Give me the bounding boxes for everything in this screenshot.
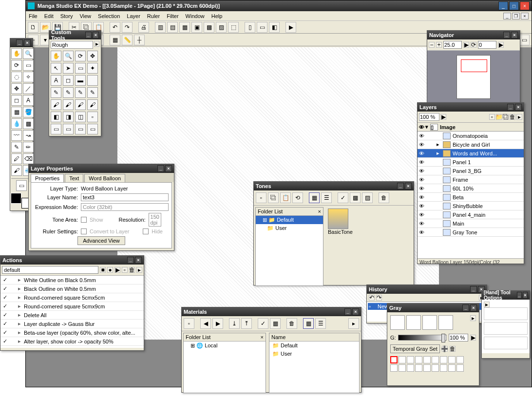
lp-expr-select[interactable]: Color (32bit) xyxy=(81,203,169,211)
layers-menu-icon[interactable]: ▸ xyxy=(516,114,522,120)
smooth-icon[interactable]: 〰 xyxy=(11,130,22,141)
menu-selection[interactable]: Selection xyxy=(98,13,120,19)
mat-min-icon[interactable]: _ xyxy=(344,308,351,315)
mdi-restore-button[interactable]: ❐ xyxy=(512,13,520,19)
tones-grid-view-icon[interactable]: ▦ xyxy=(309,192,320,203)
ct-zoom-icon[interactable]: 🔍 xyxy=(63,51,74,61)
gray-cell-12[interactable] xyxy=(415,364,422,372)
gray-cell-15[interactable] xyxy=(440,364,447,372)
navigator-thumbnail[interactable] xyxy=(456,55,491,99)
lp-convert-check[interactable] xyxy=(81,228,87,234)
mat-view1-icon[interactable]: ▦ xyxy=(303,318,314,329)
hand-min-icon[interactable]: _ xyxy=(517,292,522,299)
layer-row[interactable]: 👁Onomatopoeia xyxy=(418,132,524,140)
gray-cell-1[interactable] xyxy=(399,356,406,363)
gray-cell-17[interactable] xyxy=(456,364,464,372)
layer-visible-icon[interactable]: 👁 xyxy=(418,142,425,148)
gray-min-icon[interactable]: _ xyxy=(462,304,469,311)
ct-hand-icon[interactable]: ✋ xyxy=(51,51,61,61)
ct-close-icon[interactable]: × xyxy=(93,32,99,38)
gray-cell-8[interactable] xyxy=(456,356,464,363)
advanced-view-button[interactable]: Advanced View xyxy=(77,236,125,245)
tab-properties[interactable]: Properties xyxy=(31,174,64,182)
actions-new-icon[interactable]: ▫ xyxy=(122,267,128,273)
panel-tool-icon[interactable]: ▭ xyxy=(16,180,27,191)
action-check-icon[interactable]: ✓ xyxy=(0,303,9,309)
gray-menu-icon[interactable]: ▸ xyxy=(470,315,476,321)
mat-close-icon[interactable]: × xyxy=(352,308,359,315)
tb-btn-e[interactable]: ▩ xyxy=(204,22,214,33)
tones-folder-user[interactable]: 📁 User xyxy=(256,224,323,232)
custom-tool-set-select[interactable]: Rough xyxy=(51,41,93,49)
mat-trash-icon[interactable]: 🗑 xyxy=(286,318,297,329)
menu-story[interactable]: Story xyxy=(60,13,73,19)
ruler-icon[interactable]: 📏 xyxy=(122,35,133,45)
undo-icon[interactable]: ↶ xyxy=(110,22,120,33)
layer-row[interactable]: 👁▸Bicycle and Girl xyxy=(418,140,524,149)
menu-ruler[interactable]: Ruler xyxy=(147,13,160,19)
ct-min-icon[interactable]: _ xyxy=(85,32,92,38)
ct-arrow-icon[interactable]: ↖ xyxy=(51,63,61,74)
action-row[interactable]: ✓▸Round-cornered square 5cmx9cm xyxy=(0,302,144,311)
zoom-tool-icon[interactable]: 🔍 xyxy=(23,48,34,59)
tones-dup-icon[interactable]: ⿻ xyxy=(268,192,279,203)
gray-cell-6[interactable] xyxy=(440,356,447,363)
layer-visible-icon[interactable]: 👁 xyxy=(418,212,425,218)
mat-fwd-icon[interactable]: ▶ xyxy=(212,318,223,329)
gray-cell-5[interactable] xyxy=(432,356,439,363)
hand-menu-icon[interactable]: ▸ xyxy=(484,302,490,307)
new-layer-icon[interactable]: ▫ xyxy=(489,114,495,120)
tb-btn-i[interactable]: ▭ xyxy=(257,22,267,33)
tones-new-icon[interactable]: ▫ xyxy=(256,192,266,203)
hist-undo-icon[interactable]: ↶ xyxy=(369,295,375,301)
layer-visible-icon[interactable]: 👁 xyxy=(418,203,425,209)
layer-list[interactable]: 👁Onomatopoeia👁▸Bicycle and Girl👁▸Words a… xyxy=(418,132,524,258)
hand-tool-icon[interactable]: ✋ xyxy=(11,48,22,59)
tb-btn-f[interactable]: ▨ xyxy=(216,22,227,33)
lasso-icon[interactable]: ◌ xyxy=(11,72,22,82)
tones-check-icon[interactable]: ✓ xyxy=(338,192,348,203)
actions-menu-icon[interactable]: ▸ xyxy=(136,267,142,273)
fill-icon[interactable]: 🪣 xyxy=(23,107,34,117)
nav-rotate-apply-icon[interactable]: ▶ xyxy=(498,42,504,48)
action-row[interactable]: ✓▸Alter layer, show color -> opacity 50% xyxy=(0,337,144,346)
mdi-min-button[interactable]: _ xyxy=(503,13,511,19)
pencil-icon[interactable]: ✏ xyxy=(23,142,34,152)
action-check-icon[interactable]: ✓ xyxy=(0,294,9,301)
layer-row[interactable]: 👁Beta xyxy=(418,193,524,202)
menu-view[interactable]: View xyxy=(79,13,91,19)
action-check-icon[interactable]: ✓ xyxy=(0,277,9,283)
action-row[interactable]: ✓▸Beta-use layer (opacity 60%, show colo… xyxy=(0,328,144,337)
layer-row[interactable]: 👁Gray Tone xyxy=(418,228,524,237)
gray-cell-0[interactable] xyxy=(390,356,398,363)
layers-min-icon[interactable]: _ xyxy=(507,104,514,111)
mat-import-icon[interactable]: ⤓ xyxy=(229,318,240,329)
mat-item-default[interactable]: 📁 Default xyxy=(269,342,359,350)
nav-min-icon[interactable]: _ xyxy=(503,32,510,38)
menu-help[interactable]: Help xyxy=(211,13,223,19)
gray-apply-icon[interactable]: ▶ xyxy=(470,335,476,341)
hand-opt-3[interactable] xyxy=(484,337,528,349)
tb-btn-b[interactable]: ▤ xyxy=(167,22,178,33)
new-icon[interactable]: 🗋 xyxy=(28,22,38,33)
gray-cell-14[interactable] xyxy=(432,364,439,372)
ct-pen4-icon[interactable]: ✎ xyxy=(87,87,98,98)
mat-export-icon[interactable]: ⤒ xyxy=(241,318,252,329)
mat-back-icon[interactable]: ◀ xyxy=(200,318,211,329)
mat-folder-local[interactable]: ⊞ 🌐 Local xyxy=(184,342,266,350)
actions-record-icon[interactable]: ● xyxy=(107,267,113,273)
action-check-icon[interactable]: ✓ xyxy=(0,321,9,327)
layer-row[interactable]: 👁Main xyxy=(418,219,524,228)
ct-line-icon[interactable]: ▬ xyxy=(75,75,86,86)
trim-icon[interactable]: ▭ xyxy=(519,35,530,45)
actions-close-icon[interactable]: × xyxy=(135,257,142,264)
layer-visible-icon[interactable]: 👁 xyxy=(418,159,425,165)
hand-opt-2[interactable] xyxy=(484,322,528,335)
shape-tool-icon[interactable]: ◻ xyxy=(11,95,22,106)
tones-replace-icon[interactable]: ⟲ xyxy=(292,192,303,203)
layer-visible-icon[interactable]: 👁 xyxy=(418,186,425,191)
nav-zoomin-icon[interactable]: + xyxy=(436,42,442,48)
rotate-tool-icon[interactable]: ⟳ xyxy=(11,60,22,71)
tones-folder-close-icon[interactable]: × xyxy=(318,209,321,214)
actions-delete-icon[interactable]: 🗑 xyxy=(129,267,135,273)
